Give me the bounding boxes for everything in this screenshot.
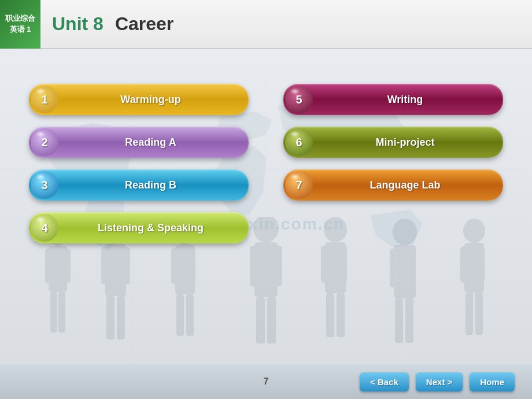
svg-rect-7 [45, 249, 54, 283]
menu-buttons-area: 1 Warming-up 5 Writing 2 Reading A 6 Min… [29, 84, 503, 243]
svg-rect-39 [395, 298, 403, 343]
home-button[interactable]: Home [470, 372, 515, 391]
btn-reading-a[interactable]: 2 Reading A [29, 127, 249, 158]
svg-rect-19 [171, 248, 180, 284]
btn-warming-up[interactable]: 1 Warming-up [29, 84, 249, 115]
btn-1-number: 1 [31, 86, 58, 113]
svg-rect-24 [254, 242, 278, 297]
btn-reading-b[interactable]: 3 Reading B [29, 169, 249, 201]
svg-rect-8 [62, 249, 71, 283]
svg-rect-14 [121, 247, 130, 285]
back-button[interactable]: < Back [360, 372, 409, 391]
btn-4-number: 4 [31, 214, 58, 242]
btn-mini-project[interactable]: 6 Mini-project [283, 127, 503, 158]
main-content: www.zixin.com.cn 1 Warming-up 5 Writing … [0, 49, 532, 399]
btn-1-label: Warming-up [58, 94, 249, 106]
btn-3-number: 3 [31, 171, 58, 199]
btn-6-number: 6 [285, 128, 313, 156]
logo-line2: 英语 1 [10, 24, 31, 35]
svg-rect-26 [272, 246, 282, 286]
svg-rect-22 [186, 294, 194, 336]
svg-rect-30 [325, 242, 346, 293]
svg-rect-27 [256, 297, 265, 343]
svg-rect-6 [49, 246, 67, 292]
unit-label: Unit 8 [52, 13, 104, 35]
next-button[interactable]: Next > [416, 372, 463, 391]
btn-7-number: 7 [285, 171, 313, 199]
svg-rect-43 [460, 246, 469, 283]
btn-language-lab[interactable]: 7 Language Lab [283, 169, 503, 201]
svg-rect-44 [476, 246, 485, 283]
header: 职业综合 英语 1 Unit 8 Career [0, 0, 532, 49]
svg-rect-32 [338, 246, 347, 283]
svg-rect-42 [464, 243, 484, 293]
btn-7-label: Language Lab [313, 179, 503, 191]
svg-rect-25 [250, 246, 260, 286]
svg-rect-28 [267, 297, 276, 343]
svg-rect-46 [475, 293, 483, 335]
svg-rect-31 [321, 246, 330, 283]
svg-rect-34 [337, 293, 345, 337]
svg-rect-21 [176, 294, 184, 336]
svg-rect-40 [405, 298, 413, 343]
svg-rect-38 [407, 249, 416, 287]
svg-rect-37 [390, 249, 399, 287]
svg-rect-13 [101, 247, 110, 285]
btn-2-label: Reading A [58, 136, 249, 149]
btn-3-label: Reading B [58, 179, 249, 191]
svg-rect-10 [58, 292, 65, 332]
page-number: 7 [264, 376, 269, 387]
svg-rect-36 [394, 245, 416, 298]
svg-rect-20 [187, 248, 195, 284]
btn-6-label: Mini-project [313, 136, 503, 149]
svg-rect-16 [117, 296, 125, 339]
svg-rect-18 [175, 245, 195, 294]
svg-rect-45 [466, 293, 473, 335]
btn-2-number: 2 [31, 128, 58, 156]
logo-line1: 职业综合 [5, 13, 35, 24]
btn-listening-speaking[interactable]: 4 Listening & Speaking [29, 212, 249, 243]
svg-rect-33 [326, 293, 334, 337]
svg-rect-9 [50, 292, 57, 332]
btn-5-number: 5 [285, 86, 313, 113]
btn-writing[interactable]: 5 Writing [283, 84, 503, 115]
btn-5-label: Writing [313, 94, 503, 106]
svg-rect-15 [106, 296, 114, 339]
btn-4-label: Listening & Speaking [58, 222, 249, 234]
logo: 职业综合 英语 1 [0, 0, 40, 49]
page-title: Career [115, 13, 173, 35]
bottom-nav: 7 < Back Next > Home [0, 364, 532, 399]
svg-rect-12 [105, 244, 126, 296]
